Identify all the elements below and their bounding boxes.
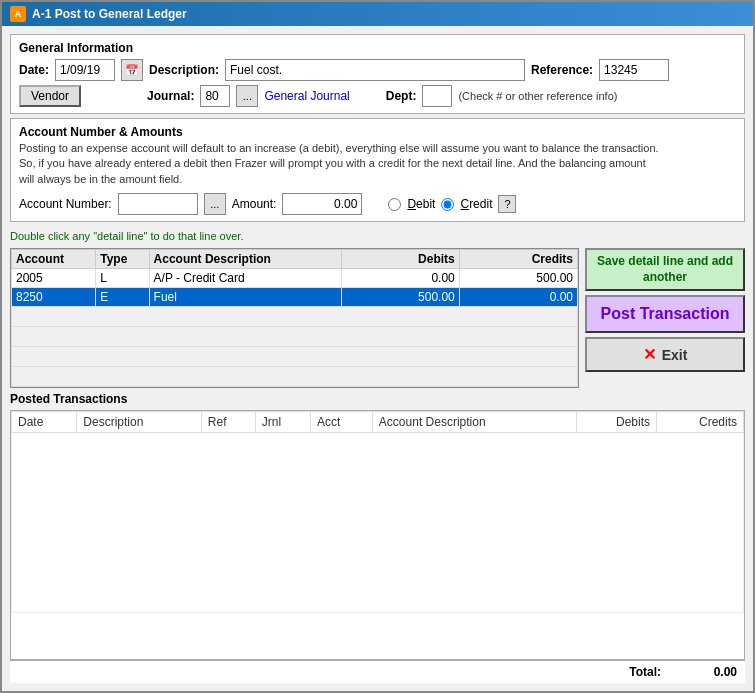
detail-area: Account Type Account Description Debits … — [10, 248, 745, 388]
debit-radio-label: Debit — [407, 197, 435, 211]
side-buttons: Save detail line and add another Post Tr… — [585, 248, 745, 388]
detail-row-account: 8250 — [12, 288, 96, 307]
detail-empty-row — [12, 307, 578, 327]
post-transaction-button[interactable]: Post Transaction — [585, 295, 745, 333]
save-detail-button[interactable]: Save detail line and add another — [585, 248, 745, 291]
debit-radio-group: Debit — [388, 197, 435, 211]
date-input[interactable] — [55, 59, 115, 81]
info-line2: So, if you have already entered a debit … — [19, 157, 646, 169]
credit-radio[interactable] — [441, 198, 454, 211]
detail-row-type: E — [96, 288, 149, 307]
detail-row-credits: 500.00 — [459, 269, 577, 288]
description-input[interactable] — [225, 59, 525, 81]
detail-row-account: 2005 — [12, 269, 96, 288]
posted-col-acct: Acct — [310, 412, 372, 433]
check-note: (Check # or other reference info) — [458, 90, 617, 102]
posted-table-container: Date Description Ref Jrnl Acct Account D… — [10, 410, 745, 660]
account-section-title: Account Number & Amounts — [19, 125, 736, 139]
detail-table-header: Account Type Account Description Debits … — [12, 250, 578, 269]
info-line1: Posting to an expense account will defau… — [19, 142, 659, 154]
dept-label: Dept: — [386, 89, 417, 103]
journal-link[interactable]: General Journal — [264, 89, 349, 103]
posted-col-description: Description — [77, 412, 201, 433]
detail-table-row[interactable]: 8250 E Fuel 500.00 0.00 — [12, 288, 578, 307]
posted-empty-row — [12, 433, 744, 613]
reference-input[interactable] — [599, 59, 669, 81]
detail-table: Account Type Account Description Debits … — [11, 249, 578, 387]
general-info-row2: Vendor Journal: ... General Journal Dept… — [19, 85, 736, 107]
general-info-title: General Information — [19, 41, 736, 55]
amount-label: Amount: — [232, 197, 277, 211]
exit-button[interactable]: ✕ Exit — [585, 337, 745, 372]
amount-input[interactable] — [282, 193, 362, 215]
general-info-section: General Information Date: 📅 Description:… — [10, 34, 745, 114]
journal-dots-button[interactable]: ... — [236, 85, 258, 107]
vendor-button[interactable]: Vendor — [19, 85, 81, 107]
account-amount-row: Account Number: ... Amount: Debit Credit… — [19, 193, 736, 215]
window-title: A-1 Post to General Ledger — [32, 7, 187, 21]
detail-empty-row — [12, 367, 578, 387]
account-number-label: Account Number: — [19, 197, 112, 211]
post-transaction-label: Post Transaction — [601, 305, 730, 322]
posted-table: Date Description Ref Jrnl Acct Account D… — [11, 411, 744, 613]
title-bar: A A-1 Post to General Ledger — [2, 2, 753, 26]
col-debits-header: Debits — [341, 250, 459, 269]
total-value: 0.00 — [677, 665, 737, 679]
date-label: Date: — [19, 63, 49, 77]
posted-col-debits: Debits — [576, 412, 656, 433]
account-info-text: Posting to an expense account will defau… — [19, 141, 736, 187]
total-label: Total: — [629, 665, 661, 679]
posted-col-credits: Credits — [657, 412, 744, 433]
exit-label: Exit — [662, 347, 688, 363]
col-desc-header: Account Description — [149, 250, 341, 269]
posted-table-header: Date Description Ref Jrnl Acct Account D… — [12, 412, 744, 433]
col-type-header: Type — [96, 250, 149, 269]
col-account-header: Account — [12, 250, 96, 269]
detail-row-debits: 500.00 — [341, 288, 459, 307]
account-dots-button[interactable]: ... — [204, 193, 226, 215]
account-section: Account Number & Amounts Posting to an e… — [10, 118, 745, 222]
save-detail-label: Save detail line and add another — [597, 254, 733, 284]
description-label: Description: — [149, 63, 219, 77]
main-window: A A-1 Post to General Ledger General Inf… — [0, 0, 755, 693]
dept-input[interactable] — [422, 85, 452, 107]
exit-x-icon: ✕ — [643, 345, 656, 364]
debit-radio[interactable] — [388, 198, 401, 211]
detail-empty-row — [12, 327, 578, 347]
general-info-row1: Date: 📅 Description: Reference: — [19, 59, 736, 81]
detail-table-row[interactable]: 2005 L A/P - Credit Card 0.00 500.00 — [12, 269, 578, 288]
reference-label: Reference: — [531, 63, 593, 77]
app-icon: A — [10, 6, 26, 22]
posted-col-jrnl: Jrnl — [255, 412, 310, 433]
col-credits-header: Credits — [459, 250, 577, 269]
credit-radio-label: Credit — [460, 197, 492, 211]
detail-row-type: L — [96, 269, 149, 288]
detail-table-container: Account Type Account Description Debits … — [10, 248, 579, 388]
help-button[interactable]: ? — [498, 195, 516, 213]
posted-col-date: Date — [12, 412, 77, 433]
posted-section-title: Posted Transactions — [10, 392, 745, 406]
calendar-button[interactable]: 📅 — [121, 59, 143, 81]
posted-col-ref: Ref — [201, 412, 255, 433]
account-number-input[interactable] — [118, 193, 198, 215]
posted-col-account-desc: Account Description — [372, 412, 576, 433]
detail-row-debits: 0.00 — [341, 269, 459, 288]
credit-radio-group: Credit — [441, 197, 492, 211]
detail-row-credits: 0.00 — [459, 288, 577, 307]
journal-input[interactable] — [200, 85, 230, 107]
main-content: General Information Date: 📅 Description:… — [2, 26, 753, 691]
double-click-hint: Double click any "detail line" to do tha… — [10, 230, 745, 242]
journal-label: Journal: — [147, 89, 194, 103]
detail-row-description: Fuel — [149, 288, 341, 307]
detail-empty-row — [12, 347, 578, 367]
detail-row-description: A/P - Credit Card — [149, 269, 341, 288]
total-row: Total: 0.00 — [10, 660, 745, 683]
posted-section: Posted Transactions Date Description Ref… — [10, 392, 745, 683]
info-line3: will always be in the amount field. — [19, 173, 182, 185]
